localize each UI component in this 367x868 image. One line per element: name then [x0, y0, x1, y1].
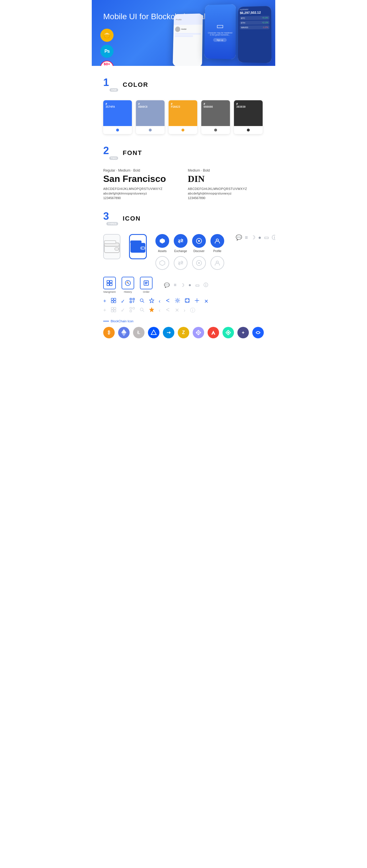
color-title: COLOR: [123, 81, 148, 89]
ps-badge: Ps: [101, 45, 114, 58]
exchange-ghost-item: [174, 256, 188, 270]
management-tab-label: Mangment: [104, 290, 116, 293]
chevron-right-ghost-icon: ›: [184, 307, 186, 313]
svg-rect-23: [110, 283, 112, 286]
main-content: 1 ONE COLOR #3574FA #8DA0C8 #F5A623: [92, 78, 275, 347]
profile-label: Profile: [213, 249, 221, 253]
phone-mockups: Profile Avatar ▭ Character may be master…: [173, 3, 272, 66]
management-tab-icon: [103, 277, 116, 289]
font-section: 2 TWO FONT Regular · Medium · Bold San F…: [103, 146, 264, 200]
hero-section: Mobile UI for Blockchain Wallet UI Kit P…: [92, 0, 275, 66]
svg-rect-48: [114, 307, 116, 309]
close-x-ghost-icon: ✕: [175, 307, 179, 313]
waves-icon: [148, 327, 160, 338]
swatch-4: #666666: [201, 100, 230, 134]
info-grey-icon: ⓘ: [204, 282, 208, 288]
svg-rect-9: [131, 241, 141, 244]
sf-style: Regular · Medium · Bold: [103, 168, 179, 173]
svg-marker-56: [149, 307, 154, 312]
din-numbers: 1234567890: [188, 196, 264, 200]
ark-icon: [207, 327, 219, 338]
search-ghost-icon: [139, 307, 144, 314]
icon-section-header: 3 THREE ICON: [103, 211, 264, 226]
hero-badges: Ps 60+Screens: [101, 29, 114, 66]
check-ghost-icon: ✓: [121, 307, 125, 313]
svg-rect-53: [130, 310, 132, 312]
svg-rect-46: [185, 299, 189, 303]
exchange-icon: [174, 234, 188, 248]
history-tab-icon: [121, 277, 134, 289]
litecoin-icon: Ł: [133, 327, 144, 338]
misc-icons-ghost: + ✓ ‹ ✕ › ⓘ: [103, 307, 264, 314]
phone-center: ▭ Character may be mastered in the great…: [204, 4, 236, 59]
svg-rect-36: [131, 299, 131, 299]
app-icons-colored: Assets Exchange Discover: [156, 234, 224, 253]
din-name: DIN: [188, 174, 264, 184]
svg-rect-29: [111, 298, 113, 300]
exchange-icon-item: Exchange: [174, 234, 188, 253]
icon-main-row: Assets Exchange Discover: [103, 234, 264, 270]
app-nav-icons: Assets Exchange Discover: [156, 234, 224, 270]
svg-rect-49: [111, 310, 113, 312]
color-section-header: 1 ONE COLOR: [103, 78, 264, 92]
bitcoin-icon: ₿: [103, 327, 115, 338]
color-section-num: 1 ONE: [103, 78, 118, 92]
svg-marker-12: [160, 238, 165, 244]
color-number: 1: [103, 78, 118, 88]
svg-rect-7: [115, 248, 119, 250]
screens-badge: 60+Screens: [101, 61, 114, 66]
grid-coin-icon: [193, 327, 204, 338]
grid-ghost-icon: [111, 307, 116, 314]
share-ghost-icon: [165, 307, 170, 314]
font-number: 2: [103, 146, 118, 156]
discover-label: Discover: [194, 249, 205, 253]
history-tab-item: History: [121, 277, 134, 293]
discover-ghost-icon: [192, 256, 206, 270]
chat-grey-icon: 💬: [164, 282, 170, 288]
zcash-icon: Z: [178, 327, 189, 338]
layers-icon: ≡: [245, 235, 248, 241]
wallet-filled-icon: [129, 234, 147, 259]
din-style: Medium · Bold: [188, 168, 264, 173]
assets-ghost-icon: [156, 256, 169, 270]
svg-marker-44: [149, 298, 154, 303]
icon-label: THREE: [106, 222, 118, 225]
assets-ghost-item: [156, 256, 169, 270]
share-icon: [165, 298, 170, 305]
kyber-icon: [223, 327, 234, 338]
discover-icon-item: Discover: [192, 234, 206, 253]
info-icon: ⓘ: [272, 234, 275, 241]
misc-icons-colored: + ✓ ‹: [103, 298, 264, 305]
din-lowercase: abcdefghijklmnopqrstuvwxyz: [188, 192, 264, 195]
grid-icon: [111, 298, 116, 305]
svg-rect-22: [107, 283, 109, 286]
circle-icon: ●: [258, 235, 261, 241]
sf-numbers: 1234567890: [103, 196, 179, 200]
svg-rect-30: [114, 298, 116, 300]
svg-point-45: [177, 300, 178, 301]
app-icons-ghost: [156, 256, 224, 270]
swatch-5: #303030: [234, 100, 263, 134]
color-section: 1 ONE COLOR #3574FA #8DA0C8 #F5A623: [103, 78, 264, 134]
discover-ghost-item: [192, 256, 206, 270]
assets-label: Assets: [158, 249, 167, 253]
svg-rect-21: [110, 280, 112, 283]
exchange-label: Exchange: [174, 249, 187, 253]
sketch-badge: [101, 29, 114, 42]
order-tab-item: Order: [140, 277, 152, 293]
order-tab-label: Order: [143, 290, 149, 293]
icon-number: 3: [103, 211, 118, 221]
chevron-left-ghost-icon: ‹: [159, 307, 161, 313]
icon-section-num: 3 THREE: [103, 211, 118, 226]
svg-rect-37: [133, 299, 134, 299]
svg-point-11: [142, 247, 144, 249]
dot-grey-icon: ●: [188, 282, 191, 288]
dash-icon: [163, 327, 174, 338]
font-title: FONT: [123, 149, 142, 157]
svg-line-43: [143, 301, 144, 303]
font-section-num: 2 TWO: [103, 146, 118, 160]
svg-rect-52: [133, 307, 135, 309]
profile-icon-item: Profile: [210, 234, 224, 253]
svg-rect-51: [130, 307, 132, 309]
svg-marker-16: [160, 260, 165, 266]
